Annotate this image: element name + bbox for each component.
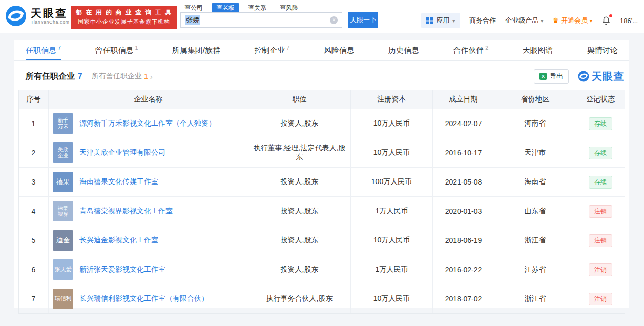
watermark-text: 天眼查 — [592, 70, 624, 84]
company-name-link[interactable]: 漯河新千万禾影视文化工作室（个人独资） — [79, 119, 216, 128]
promo-line2: 国家中小企业发展子基金旗下机构 — [76, 17, 172, 27]
apps-menu[interactable]: 应用 ▾ — [421, 13, 460, 28]
tianyancha-logo[interactable]: 天眼查 TianYanCha.com — [5, 5, 70, 27]
notifications-button[interactable] — [601, 16, 611, 25]
row-index: 5 — [19, 226, 49, 255]
nav-tab[interactable]: 任职信息 7 — [26, 40, 61, 60]
company-logo: 张天爱 — [53, 259, 73, 280]
nav-tab[interactable]: 天眼图谱 — [523, 40, 553, 60]
nav-tab-label: 舆情讨论 — [587, 46, 618, 55]
company-name-link[interactable]: 青岛禧棠视界影视文化工作室 — [79, 207, 173, 216]
region-cell: 浙江省 — [494, 284, 576, 313]
company-name-link[interactable]: 海南禧果文化传媒工作室 — [79, 177, 158, 187]
column-header: 企业名称 — [49, 90, 248, 109]
nav-tab[interactable]: 合作伙伴 2 — [453, 40, 488, 60]
company-name-link[interactable]: 长兴瑞信利影视文化工作室（有限合伙） — [79, 294, 209, 303]
company-logo: 禧果 — [53, 172, 73, 192]
top-header: 天眼查 TianYanCha.com 都 在 用 的 商 业 查 询 工 具 国… — [0, 0, 644, 33]
status-cell: 存续 — [576, 109, 625, 138]
apps-label: 应用 — [436, 16, 449, 25]
region-cell: 天津市 — [494, 138, 576, 167]
company-name-link[interactable]: 天津美欣企业管理有限公司 — [79, 148, 165, 157]
clear-input-icon[interactable]: ✕ — [330, 16, 338, 24]
company-cell: 瑞信利 长兴瑞信利影视文化工作室（有限合伙） — [49, 284, 248, 313]
column-header: 省份地区 — [494, 90, 576, 109]
row-index: 1 — [19, 109, 49, 138]
capital-cell: 10万人民币 — [351, 109, 433, 138]
position-cell: 投资人,股东 — [248, 168, 351, 196]
table-row: 5 迪金 长兴迪金影视文化工作室 投资人,股东 10万人民币 2018-06-1… — [19, 226, 625, 255]
column-header: 职位 — [248, 90, 351, 109]
enterprise-product-link[interactable]: 企业级产品 ▾ — [505, 16, 543, 25]
date-cell: 2016-02-22 — [433, 255, 494, 284]
page: 天眼查 TianYanCha.com 都 在 用 的 商 业 查 询 工 具 国… — [0, 0, 644, 326]
table-row: 2 美欣 企业 天津美欣企业管理有限公司 执行董事,经理,法定代表人,股东 10… — [19, 138, 625, 167]
nav-tab[interactable]: 曾任职信息 1 — [95, 40, 138, 60]
apps-grid-icon — [426, 17, 433, 24]
notification-dot — [609, 14, 612, 17]
tianyancha-watermark: 天眼查 — [578, 70, 624, 84]
position-cell: 投资人,股东 — [248, 109, 351, 138]
nav-tab-label: 控制企业 — [254, 46, 285, 55]
company-cell: 美欣 企业 天津美欣企业管理有限公司 — [49, 138, 248, 167]
search-button[interactable]: 天眼一下 — [348, 12, 378, 28]
former-companies-link[interactable]: 所有曾任职企业 1 › — [92, 72, 153, 81]
nav-tab-label: 曾任职信息 — [95, 46, 133, 55]
header-right-nav: 应用 ▾ 商务合作 企业级产品 ▾ ♛ 开通会员 ▾ 186'... — [421, 13, 638, 28]
nav-tab[interactable]: 控制企业 7 — [254, 40, 289, 60]
status-cell: 注销 — [576, 226, 625, 255]
status-badge: 注销 — [589, 263, 612, 276]
promo-line1: 都 在 用 的 商 业 查 询 工 具 — [76, 8, 172, 17]
table-row: 4 禧棠 视界 青岛禧棠视界影视文化工作室 投资人,股东 1万人民币 2020-… — [19, 196, 625, 226]
account-label[interactable]: 186'... — [620, 17, 638, 25]
nav-tab[interactable]: 历史信息 — [388, 40, 419, 60]
table-body: 1 新千 万禾 漯河新千万禾影视文化工作室（个人独资） 投资人,股东 10万人民… — [19, 109, 625, 313]
company-logo: 禧棠 视界 — [53, 201, 73, 221]
company-cell: 新千 万禾 漯河新千万禾影视文化工作室（个人独资） — [49, 109, 248, 138]
former-companies-count: 1 — [144, 72, 148, 80]
search-type-tab[interactable]: 查公司 — [180, 3, 207, 13]
search-type-tab[interactable]: 查老板 — [212, 3, 239, 13]
nav-tab-count: 1 — [135, 45, 138, 51]
region-cell: 江苏省 — [494, 255, 576, 284]
company-name-link[interactable]: 长兴迪金影视文化工作室 — [79, 236, 158, 245]
position-cell: 投资人,股东 — [248, 226, 351, 255]
date-cell: 2024-02-07 — [433, 109, 494, 138]
nav-tab[interactable]: 舆情讨论 — [587, 40, 618, 60]
region-cell: 山东省 — [494, 197, 576, 226]
date-cell: 2018-06-19 — [433, 226, 494, 255]
chevron-down-icon: ▾ — [541, 18, 543, 24]
tianyancha-logo-icon — [578, 71, 589, 82]
vip-upgrade-link[interactable]: ♛ 开通会员 ▾ — [552, 16, 592, 25]
date-cell: 2016-10-17 — [433, 138, 494, 167]
nav-tab[interactable]: 风险信息 — [324, 40, 355, 60]
companies-table: 序号 企业名称 职位 注册资本 成立日期 省份地区 登记状态 1 新千 万禾 漯… — [18, 90, 625, 314]
nav-tab[interactable]: 所属集团/族群 — [172, 40, 220, 60]
search-type-tabs: 查公司 查老板 查关系 查风险 — [180, 3, 302, 13]
status-badge: 注销 — [589, 205, 612, 218]
profile-nav-tabs: 任职信息 7 曾任职信息 1 所属集团/族群 控制企业 7 风险信息 — [14, 40, 629, 61]
search-input[interactable]: 张娇 ✕ — [180, 12, 342, 28]
business-coop-link[interactable]: 商务合作 — [469, 16, 496, 25]
table-row: 3 禧果 海南禧果文化传媒工作室 投资人,股东 100万人民币 2021-05-… — [19, 167, 625, 196]
position-cell: 执行事务合伙人,股东 — [248, 284, 351, 313]
row-index: 4 — [19, 197, 49, 226]
company-name-link[interactable]: 新沂张天爱影视文化工作室 — [79, 265, 165, 274]
export-label: 导出 — [550, 72, 563, 81]
bell-icon — [601, 16, 611, 25]
chevron-down-icon: ▾ — [452, 18, 455, 24]
region-cell: 河南省 — [494, 109, 576, 138]
nav-tab-count: 7 — [58, 45, 61, 51]
search-type-tab[interactable]: 查关系 — [244, 3, 271, 13]
column-header: 成立日期 — [433, 90, 494, 109]
column-header: 登记状态 — [576, 90, 625, 109]
search-type-tab[interactable]: 查风险 — [276, 3, 302, 13]
column-header: 注册资本 — [351, 90, 433, 109]
row-index: 2 — [19, 138, 49, 167]
company-logo: 美欣 企业 — [53, 142, 73, 163]
position-cell: 投资人,股东 — [248, 197, 351, 226]
export-button[interactable]: X 导出 — [534, 69, 569, 84]
column-header: 序号 — [19, 90, 49, 109]
status-badge: 注销 — [589, 293, 612, 305]
table-row: 6 张天爱 新沂张天爱影视文化工作室 投资人,股东 1万人民币 2016-02-… — [19, 255, 625, 284]
